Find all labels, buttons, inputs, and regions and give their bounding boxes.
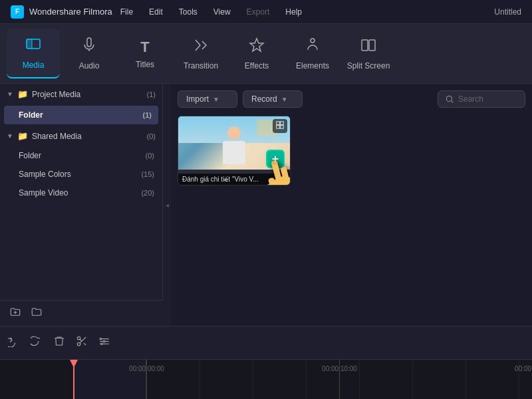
svg-rect-1: [27, 39, 32, 49]
media-label: Media: [23, 61, 45, 70]
menu-tools[interactable]: Tools: [176, 6, 200, 18]
shared-media-count: (0): [147, 132, 156, 140]
audio-icon: [81, 37, 97, 57]
timeline: 00:00:00:00 00:00:10:00 00:00:20:00: [0, 359, 532, 399]
svg-rect-13: [277, 126, 280, 129]
shared-folder-count: (0): [146, 152, 154, 160]
sidebar-sample-video[interactable]: Sample Video (20): [0, 184, 162, 202]
svg-rect-31: [101, 343, 102, 344]
split-screen-icon: [360, 37, 376, 57]
sidebar-project-media[interactable]: ▼ 📁 Project Media (1): [0, 84, 162, 104]
redo-icon[interactable]: [31, 335, 43, 350]
folder-icon: 📁: [17, 89, 28, 99]
record-dropdown[interactable]: Record ▼: [243, 90, 303, 108]
svg-point-23: [77, 336, 80, 340]
import-arrow-icon: ▼: [213, 96, 219, 103]
import-label: Import: [186, 94, 209, 104]
sidebar-folder[interactable]: Folder (1): [4, 106, 158, 124]
sidebar-sample-colors[interactable]: Sample Colors (15): [0, 165, 162, 184]
split-screen-label: Split Screen: [347, 61, 390, 70]
titlebar-left: F Wondershare Filmora File Edit Tools Vi…: [11, 5, 305, 19]
svg-rect-5: [362, 40, 368, 51]
sample-colors-label: Sample Colors: [19, 170, 71, 179]
project-media-label: Project Media: [32, 90, 80, 99]
settings-icon[interactable]: [98, 335, 110, 350]
thumb-grid-icon: [273, 119, 287, 133]
media-content: Import ▼ Record ▼: [171, 84, 532, 326]
folder-label: Folder: [19, 110, 43, 120]
sidebar-shared-media[interactable]: ▼ 📁 Shared Media (0): [0, 126, 162, 146]
svg-point-24: [77, 342, 80, 346]
search-icon: [445, 94, 454, 104]
chevron-down-icon: ▼: [7, 90, 13, 98]
chevron-right-icon: ▼: [7, 132, 13, 140]
menu-view[interactable]: View: [211, 6, 233, 18]
folder-count: (1): [143, 111, 152, 119]
elements-label: Elements: [296, 61, 329, 70]
sidebar: ▼ 📁 Project Media (1) Folder (1) ▼ 📁 Sha…: [0, 84, 163, 326]
bottom-toolbar: [0, 326, 532, 359]
timeline-cursor[interactable]: [73, 360, 74, 399]
toolbar-effects[interactable]: Effects: [230, 29, 283, 78]
person-silhouette: [217, 126, 251, 170]
app-logo: F: [11, 5, 24, 19]
toolbar-audio[interactable]: Audio: [63, 29, 116, 78]
link-icon[interactable]: [31, 306, 43, 321]
toolbar-titles[interactable]: T Titles: [118, 29, 172, 78]
audio-label: Audio: [79, 61, 100, 70]
toolbar-transition[interactable]: Transition: [174, 29, 227, 78]
toolbar-split-screen[interactable]: Split Screen: [342, 29, 395, 78]
titlebar: F Wondershare Filmora File Edit Tools Vi…: [0, 0, 532, 24]
record-arrow-icon: ▼: [281, 96, 288, 103]
timeline-mid-label: 00:00:10:00: [322, 365, 357, 372]
media-grid: + Đánh giá chi tiết "Vivo V...: [178, 116, 525, 186]
svg-rect-14: [281, 126, 284, 129]
toolbar-media[interactable]: Media: [7, 29, 60, 78]
search-box[interactable]: [438, 90, 525, 108]
menu-edit[interactable]: Edit: [146, 6, 166, 18]
resize-handle[interactable]: ◂: [163, 84, 171, 326]
media-icon: [25, 37, 41, 57]
transition-label: Transition: [184, 61, 218, 70]
document-title: Untitled: [494, 7, 521, 17]
svg-point-9: [446, 96, 452, 101]
sample-colors-count: (15): [141, 170, 154, 178]
undo-icon[interactable]: [8, 335, 20, 350]
import-dropdown[interactable]: Import ▼: [178, 90, 237, 108]
search-input[interactable]: [458, 94, 518, 104]
effects-icon: [249, 37, 265, 57]
menu-file[interactable]: File: [118, 6, 136, 18]
sidebar-shared-folder[interactable]: Folder (0): [0, 146, 162, 165]
svg-rect-12: [281, 122, 284, 125]
svg-marker-3: [250, 39, 263, 51]
cut-icon[interactable]: [76, 335, 88, 350]
person-body: [223, 141, 245, 164]
sample-video-label: Sample Video: [19, 188, 68, 198]
main-toolbar: Media Audio T Titles Transition Effects: [0, 24, 532, 84]
shared-media-label: Shared Media: [32, 132, 82, 141]
menu-export[interactable]: Export: [244, 6, 273, 18]
main-area: ▼ 📁 Project Media (1) Folder (1) ▼ 📁 Sha…: [0, 84, 532, 326]
media-thumbnail[interactable]: + Đánh giá chi tiết "Vivo V...: [178, 116, 291, 186]
svg-point-4: [311, 39, 315, 43]
new-folder-icon[interactable]: [9, 306, 21, 321]
svg-rect-6: [369, 40, 375, 51]
svg-rect-28: [104, 340, 105, 342]
action-bar: Import ▼ Record ▼: [178, 90, 525, 108]
svg-line-10: [452, 101, 454, 103]
transition-icon: [193, 37, 209, 57]
timeline-start-label: 00:00:00:00: [129, 365, 164, 372]
shared-folder-icon: 📁: [17, 131, 28, 141]
delete-icon[interactable]: [53, 335, 65, 350]
sample-video-count: (20): [141, 189, 154, 197]
elements-icon: [305, 37, 321, 57]
svg-rect-25: [100, 338, 101, 340]
timeline-marker-mid: 00:00:10:00: [339, 360, 340, 399]
record-label: Record: [251, 94, 277, 104]
timeline-end-label: 00:00:20:00: [515, 365, 532, 372]
project-media-count: (1): [147, 90, 156, 98]
menu-help[interactable]: Help: [283, 6, 305, 18]
toolbar-elements[interactable]: Elements: [286, 29, 339, 78]
sidebar-bottom-actions: [0, 300, 163, 326]
timeline-track[interactable]: 00:00:00:00 00:00:10:00 00:00:20:00: [146, 360, 532, 399]
